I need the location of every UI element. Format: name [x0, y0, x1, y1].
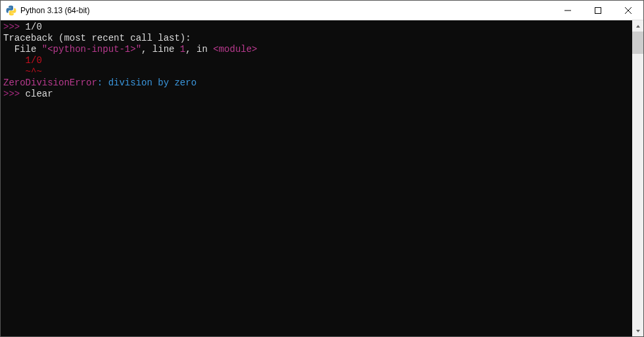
traceback-file-prefix: File	[3, 44, 42, 55]
repl-input-cmd: clear	[20, 89, 53, 99]
close-button[interactable]	[613, 1, 643, 20]
text-cursor	[53, 89, 58, 99]
traceback-caret: ~^~	[3, 66, 42, 77]
traceback-line-label: , line	[141, 44, 180, 55]
titlebar[interactable]: Python 3.13 (64-bit)	[1, 1, 643, 20]
traceback-module: <module>	[213, 44, 257, 55]
error-class: ZeroDivisionError	[3, 78, 97, 88]
window-title: Python 3.13 (64-bit)	[20, 6, 89, 15]
terminal-output[interactable]: >>> 1/0Traceback (most recent call last)…	[1, 20, 632, 336]
maximize-button[interactable]	[583, 1, 613, 20]
traceback-filename: "<python-input-1>"	[42, 44, 141, 55]
repl-prompt: >>>	[3, 89, 20, 99]
scroll-down-arrow-icon[interactable]	[632, 325, 643, 336]
scroll-up-arrow-icon[interactable]	[632, 20, 643, 32]
svg-rect-1	[595, 7, 601, 13]
vertical-scrollbar[interactable]	[632, 20, 643, 336]
python-icon	[6, 5, 16, 16]
traceback-header: Traceback (most recent call last):	[3, 33, 191, 43]
console-area: >>> 1/0Traceback (most recent call last)…	[1, 20, 643, 336]
traceback-source: 1/0	[3, 55, 42, 66]
minimize-button[interactable]	[553, 1, 583, 20]
traceback-in-label: , in	[185, 44, 213, 55]
error-message: division by zero	[108, 78, 196, 88]
repl-input-expr: 1/0	[20, 22, 42, 32]
traceback-lineno: 1	[180, 44, 185, 55]
repl-prompt: >>>	[3, 22, 20, 32]
error-sep: :	[97, 78, 108, 88]
scroll-thumb[interactable]	[632, 32, 643, 54]
